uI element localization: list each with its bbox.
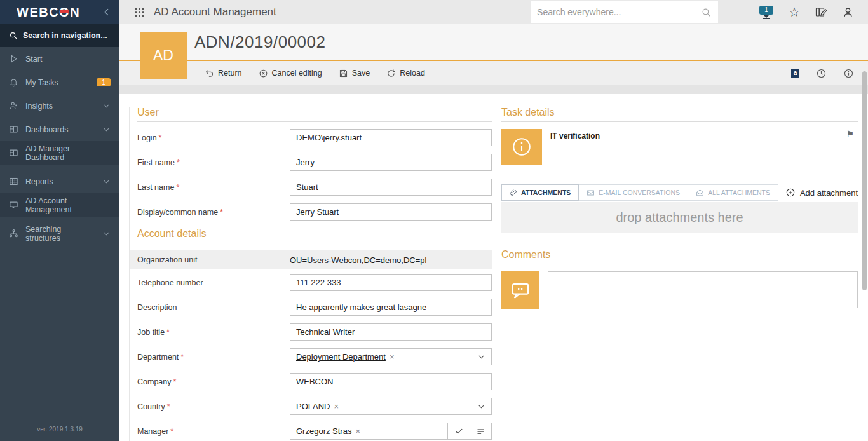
field-label: Manager xyxy=(137,427,168,436)
sidebar-search-input[interactable] xyxy=(23,31,133,40)
history-clock-icon[interactable] xyxy=(816,68,827,79)
reload-button[interactable]: Reload xyxy=(386,69,425,78)
sidebar-item-start[interactable]: Start xyxy=(0,47,119,71)
chevron-down-icon[interactable] xyxy=(477,402,485,410)
task-info-icon xyxy=(501,129,542,165)
return-button[interactable]: Return xyxy=(205,69,242,78)
remove-chip-icon[interactable]: × xyxy=(334,402,339,411)
description-input[interactable] xyxy=(290,299,492,316)
toolbar-right-icons: a xyxy=(791,68,868,79)
login-input[interactable] xyxy=(290,129,492,146)
section-title-user: User xyxy=(137,107,492,122)
dashboard-icon xyxy=(9,125,18,134)
department-dropdown[interactable]: Deployment Department × xyxy=(290,348,492,365)
sitemap-icon xyxy=(9,229,18,238)
global-search-input[interactable] xyxy=(537,7,701,17)
field-label: Description xyxy=(137,303,177,312)
telephone-input[interactable] xyxy=(290,274,492,291)
app-window: WEBCON AD Account Management 1 xyxy=(0,0,868,441)
remove-chip-icon[interactable]: × xyxy=(390,352,395,362)
tab-attachments[interactable]: ATTACHMENTS xyxy=(501,184,579,201)
chevron-down-icon[interactable] xyxy=(477,353,485,361)
sidebar-item-ad-account-management[interactable]: AD Account Management xyxy=(0,193,119,217)
manager-picker: Grzegorz Stras × xyxy=(290,423,492,440)
notifications-icon[interactable]: 1 xyxy=(759,6,774,19)
top-bar: WEBCON AD Account Management 1 xyxy=(0,0,868,24)
remove-chip-icon[interactable]: × xyxy=(355,426,360,436)
form-left-column: User Login* First name* Last name* xyxy=(137,107,492,441)
favorites-star-icon[interactable]: ☆ xyxy=(789,6,800,18)
save-button[interactable]: Save xyxy=(339,69,370,78)
chevron-down-icon xyxy=(102,102,111,110)
sidebar-item-ad-manager-dashboard[interactable]: AD Manager Dashboard xyxy=(0,141,119,165)
sidebar-item-dashboards[interactable]: Dashboards xyxy=(0,118,119,141)
sidebar-item-label: Reports xyxy=(25,177,95,186)
field-last-name: Last name* xyxy=(137,179,492,196)
sidebar-item-my-tasks[interactable]: My Tasks 1 xyxy=(0,71,119,94)
add-attachment-button[interactable]: Add attachment xyxy=(785,187,858,198)
scrollbar-thumb[interactable] xyxy=(862,71,867,290)
required-marker: * xyxy=(167,402,170,411)
sidebar-item-reports[interactable]: Reports xyxy=(0,170,119,193)
logo-pre: WEBC xyxy=(17,5,59,20)
task-details: IT verification ⚑ xyxy=(501,129,858,165)
attachment-drop-zone[interactable]: drop attachments here xyxy=(501,202,858,233)
department-value-chip[interactable]: Deployment Department xyxy=(296,352,386,362)
field-telephone: Telephone number xyxy=(137,274,492,291)
company-input[interactable] xyxy=(290,373,492,390)
waffle-icon[interactable] xyxy=(133,6,146,18)
field-login: Login* xyxy=(137,129,492,146)
profile-icon[interactable] xyxy=(842,6,854,18)
picker-list-icon[interactable] xyxy=(470,423,491,439)
manager-value-chip[interactable]: Grzegorz Stras xyxy=(296,426,351,436)
organization-unit-value: OU=Users-Webcon,DC=demo,DC=pl xyxy=(290,255,492,265)
monitor-icon xyxy=(9,200,18,210)
plus-circle-icon xyxy=(785,187,796,198)
bell-icon xyxy=(9,78,18,87)
field-department: Department* Deployment Department × xyxy=(137,348,492,365)
field-label: Display/common name xyxy=(137,208,218,217)
tab-email-conversations[interactable]: E-MAIL CONVERSATIONS xyxy=(579,184,688,201)
confirm-check-icon[interactable] xyxy=(448,423,470,439)
field-label: Department xyxy=(137,353,179,362)
comment-input[interactable] xyxy=(548,271,858,308)
section-title-comments: Comments xyxy=(501,249,858,264)
webcon-logo: WEBCON xyxy=(17,5,80,20)
sidebar-item-label: My Tasks xyxy=(25,78,90,87)
logo-post: N xyxy=(70,5,80,20)
compose-edit-icon[interactable] xyxy=(815,6,827,18)
info-icon[interactable] xyxy=(843,68,854,79)
form-right-column: Task details IT verification ⚑ xyxy=(501,107,858,441)
field-label: Company xyxy=(137,377,172,386)
sidebar: Start My Tasks 1 Insights xyxy=(0,24,119,441)
flag-icon[interactable]: ⚑ xyxy=(846,129,854,139)
field-label: Telephone number xyxy=(137,278,203,287)
document-header: AD ADN/2019/00002 xyxy=(119,24,868,60)
outlook-addin-icon[interactable]: a xyxy=(791,69,799,78)
field-first-name: First name* xyxy=(137,154,492,171)
job-title-input[interactable] xyxy=(290,323,492,341)
search-icon xyxy=(9,31,18,40)
table-icon xyxy=(9,177,18,186)
play-icon xyxy=(9,54,18,64)
field-job-title: Job title* xyxy=(137,323,492,341)
sidebar-item-searching-structures[interactable]: Searching structures xyxy=(0,222,119,245)
chevron-down-icon xyxy=(102,125,111,133)
field-label: First name xyxy=(137,158,175,167)
action-toolbar: Return Cancel editing Save xyxy=(119,61,868,85)
display-name-input[interactable] xyxy=(290,203,492,221)
cancel-editing-button[interactable]: Cancel editing xyxy=(259,69,322,78)
chevron-down-icon xyxy=(102,177,111,186)
search-icon[interactable] xyxy=(701,7,712,18)
last-name-input[interactable] xyxy=(290,179,492,196)
cancel-circle-icon xyxy=(259,69,268,78)
paperclip-icon xyxy=(510,189,517,196)
collapse-sidebar-icon[interactable] xyxy=(102,7,112,17)
sidebar-item-insights[interactable]: Insights xyxy=(0,94,119,118)
tab-all-attachments[interactable]: ALL ATTACHMENTS xyxy=(688,184,778,201)
required-marker: * xyxy=(177,158,180,167)
first-name-input[interactable] xyxy=(290,154,492,171)
country-value-chip[interactable]: POLAND xyxy=(296,402,330,411)
required-marker: * xyxy=(170,427,173,436)
country-dropdown[interactable]: POLAND × xyxy=(290,398,492,415)
